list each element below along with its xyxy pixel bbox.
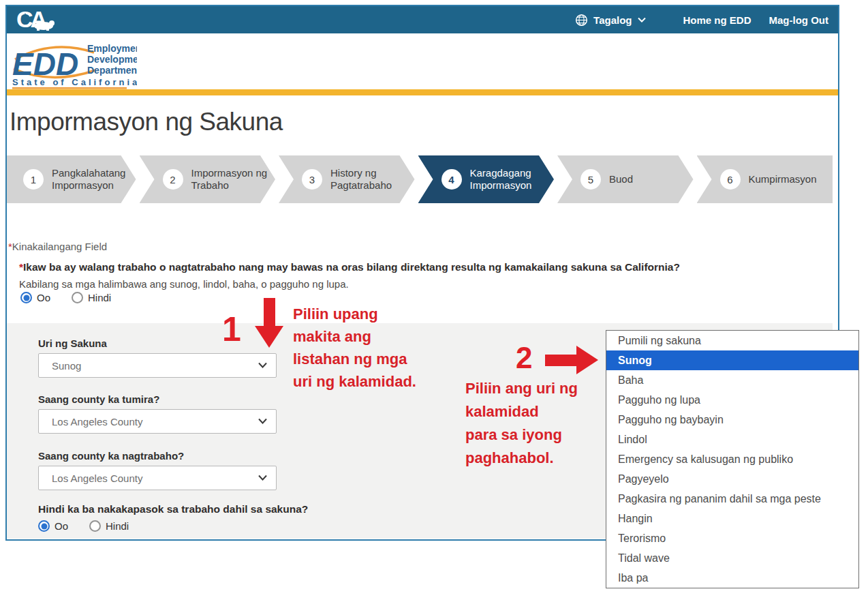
disaster-type-select[interactable]: Sunog xyxy=(38,353,277,378)
annotation-step-2-number: 2 xyxy=(516,343,532,373)
edd-line-2: Development xyxy=(87,54,137,65)
right-arrow xyxy=(545,355,576,366)
radio-label: Oo xyxy=(55,520,68,532)
dropdown-option[interactable]: Pagkasira ng pananim dahil sa mga peste xyxy=(606,489,858,509)
dropdown-option[interactable]: Hangin xyxy=(606,509,858,528)
progress-steps: 1Pangkalahatang Impormasyon2Impormasyon … xyxy=(7,155,833,203)
county-live-value: Los Angeles County xyxy=(52,416,142,427)
question-disaster: *Ikaw ba ay walang trabaho o nagtatrabah… xyxy=(19,261,680,273)
required-field-note: *Kinakailangang Field xyxy=(8,241,107,252)
radio-circle[interactable] xyxy=(20,292,32,303)
radio-label: Hindi xyxy=(88,292,111,303)
radio-circle[interactable] xyxy=(72,292,83,303)
county-live-select[interactable]: Los Angeles County xyxy=(38,409,277,434)
language-selector[interactable]: Tagalog xyxy=(575,14,645,27)
radio-circle[interactable] xyxy=(38,520,50,532)
step-label: Pangkalahatang Impormasyon xyxy=(52,167,136,192)
step-number: 3 xyxy=(302,169,322,190)
select-chevron-icon xyxy=(258,418,267,424)
step-6[interactable]: 6Kumpirmasyon xyxy=(697,155,833,203)
radio-option-oo[interactable]: Oo xyxy=(20,292,50,303)
down-arrow-head xyxy=(255,326,283,348)
step-3[interactable]: 3History ng Pagtatrabaho xyxy=(279,155,415,203)
down-arrow xyxy=(264,298,275,327)
radio-option-hindi[interactable]: Hindi xyxy=(72,292,111,303)
dropdown-option[interactable]: Terorismo xyxy=(606,528,858,548)
question-disaster-hint: Kabilang sa mga halimbawa ang sunog, lin… xyxy=(19,278,349,290)
dropdown-option[interactable]: Lindol xyxy=(606,430,858,449)
dropdown-option[interactable]: Pumili ng sakuna xyxy=(606,331,858,350)
right-arrow-head xyxy=(576,346,598,374)
ca-state-logo: CA xyxy=(16,8,57,31)
disaster-type-value: Sunog xyxy=(52,360,81,372)
radio-option-hindi[interactable]: Hindi xyxy=(89,520,129,532)
dropdown-option[interactable]: Pagguho ng lupa xyxy=(606,390,858,410)
radio-label: Oo xyxy=(37,292,50,303)
step-label: Impormasyon ng Trabaho xyxy=(191,167,276,192)
dropdown-option[interactable]: Sunog xyxy=(606,350,858,370)
step-label: History ng Pagtatrabaho xyxy=(330,167,415,192)
dropdown-option[interactable]: Tidal wave xyxy=(606,548,858,568)
annotation-step-2-text: Piliin ang uri ng kalamidad para sa iyon… xyxy=(465,377,578,470)
q1-radio-group: OoHindi xyxy=(20,292,111,303)
annotation-step-1-number: 1 xyxy=(222,312,241,346)
edd-tagline: State of California xyxy=(12,77,137,87)
home-link[interactable]: Home ng EDD xyxy=(683,14,751,26)
top-bar: CA Tagalog Home ng EDD xyxy=(7,6,838,33)
logout-link[interactable]: Mag-log Out xyxy=(769,14,828,26)
globe-icon xyxy=(575,14,588,27)
dropdown-option[interactable]: Pagyeyelo xyxy=(606,469,858,489)
step-number: 2 xyxy=(163,169,183,190)
step-number: 4 xyxy=(441,169,462,190)
step-5[interactable]: 5Buod xyxy=(557,155,694,203)
step-number: 6 xyxy=(720,169,741,190)
edd-logo: EDD Employment Development Department St… xyxy=(11,38,137,91)
edd-line-3: Department xyxy=(87,65,137,76)
dropdown-option[interactable]: Iba pa xyxy=(606,568,858,588)
select-chevron-icon xyxy=(258,362,267,368)
dropdown-option[interactable]: Emergency sa kalusugan ng publiko xyxy=(606,449,858,469)
disaster-dropdown-list: Pumili ng sakunaSunogBahaPagguho ng lupa… xyxy=(606,330,859,588)
radio-circle[interactable] xyxy=(89,520,101,532)
topbar-links: Tagalog Home ng EDD Mag-log Out xyxy=(575,14,828,27)
radio-label: Hindi xyxy=(106,520,129,532)
edd-line-1: Employment xyxy=(87,43,137,54)
chevron-down-icon xyxy=(638,17,646,22)
question-absent: Hindi ka ba nakakapasok sa trabaho dahil… xyxy=(38,503,308,515)
dropdown-option[interactable]: Pagguho ng baybayin xyxy=(606,410,858,430)
step-4[interactable]: 4Karagdagang Impormasyon xyxy=(418,155,555,203)
county-work-label: Saang county ka nagtrabaho? xyxy=(38,450,184,462)
county-work-select[interactable]: Los Angeles County xyxy=(38,466,277,490)
step-label: Kumpirmasyon xyxy=(749,173,817,185)
step-number: 5 xyxy=(580,169,601,190)
q2-radio-group: OoHindi xyxy=(38,520,129,532)
step-number: 1 xyxy=(23,169,44,190)
step-1[interactable]: 1Pangkalahatang Impormasyon xyxy=(7,155,136,203)
step-label: Karagdagang Impormasyon xyxy=(470,167,555,192)
step-label: Buod xyxy=(609,173,633,185)
county-work-value: Los Angeles County xyxy=(52,472,142,484)
page-title: Impormasyon ng Sakuna xyxy=(10,106,283,138)
language-label: Tagalog xyxy=(593,14,632,26)
select-chevron-icon xyxy=(258,475,267,481)
annotation-step-1-text: Piliin upang makita ang listahan ng mga … xyxy=(293,303,416,393)
step-2[interactable]: 2Impormasyon ng Trabaho xyxy=(140,155,276,203)
county-live-label: Saang county ka tumira? xyxy=(38,393,159,405)
disaster-type-label: Uri ng Sakuna xyxy=(38,338,107,349)
radio-option-oo[interactable]: Oo xyxy=(38,520,68,532)
gold-divider xyxy=(7,89,838,95)
dropdown-option[interactable]: Baha xyxy=(606,370,858,390)
